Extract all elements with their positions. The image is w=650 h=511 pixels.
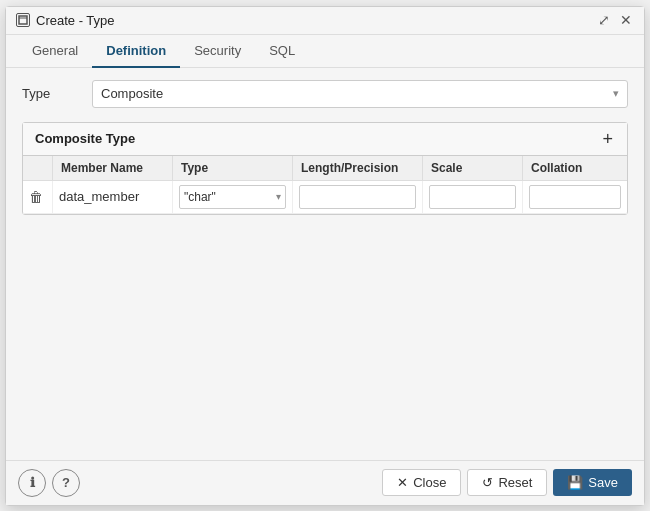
close-button[interactable]: ✕	[618, 13, 634, 27]
close-x-icon: ✕	[397, 475, 408, 490]
table-header: Member Name Type Length/Precision Scale …	[23, 156, 627, 181]
member-name-input[interactable]	[59, 189, 166, 204]
save-label: Save	[588, 475, 618, 490]
save-icon: 💾	[567, 475, 583, 490]
close-label: Close	[413, 475, 446, 490]
composite-header: Composite Type +	[23, 123, 627, 156]
composite-title: Composite Type	[35, 131, 135, 146]
composite-section: Composite Type + Member Name Type Length…	[22, 122, 628, 215]
svg-rect-0	[19, 16, 27, 24]
reset-label: Reset	[498, 475, 532, 490]
cell-member-name	[53, 181, 173, 213]
col-header-type: Type	[173, 156, 293, 180]
tab-security[interactable]: Security	[180, 35, 255, 68]
reset-icon: ↺	[482, 475, 493, 490]
type-select-arrow-icon: ▾	[613, 87, 619, 100]
close-dialog-button[interactable]: ✕ Close	[382, 469, 461, 496]
cell-delete: 🗑	[23, 181, 53, 213]
scale-input[interactable]	[429, 185, 516, 209]
type-select-value: Composite	[101, 86, 163, 101]
col-header-member-name: Member Name	[53, 156, 173, 180]
help-button[interactable]: ?	[52, 469, 80, 497]
footer-left: ℹ ?	[18, 469, 374, 497]
info-button[interactable]: ℹ	[18, 469, 46, 497]
save-button[interactable]: 💾 Save	[553, 469, 632, 496]
length-precision-input[interactable]	[299, 185, 416, 209]
titlebar: Create - Type ⤢ ✕	[6, 7, 644, 35]
delete-member-button[interactable]: 🗑	[29, 189, 43, 205]
dialog-icon	[16, 13, 30, 27]
type-member-select-value: "char"	[184, 190, 216, 204]
type-label: Type	[22, 86, 82, 101]
content-area: Type Composite ▾ Composite Type + Member…	[6, 68, 644, 460]
cell-scale	[423, 181, 523, 213]
type-member-select-arrow-icon: ▾	[276, 191, 281, 202]
col-header-delete	[23, 156, 53, 180]
type-member-select[interactable]: "char" ▾	[179, 185, 286, 209]
tabs-bar: General Definition Security SQL	[6, 35, 644, 68]
reset-button[interactable]: ↺ Reset	[467, 469, 547, 496]
table-row: 🗑 "char" ▾	[23, 181, 627, 214]
cell-length-precision	[293, 181, 423, 213]
col-header-collation: Collation	[523, 156, 627, 180]
footer-right: ✕ Close ↺ Reset 💾 Save	[382, 469, 632, 496]
dialog-title: Create - Type	[36, 13, 590, 28]
col-header-length-precision: Length/Precision	[293, 156, 423, 180]
footer: ℹ ? ✕ Close ↺ Reset 💾 Save	[6, 460, 644, 505]
add-member-button[interactable]: +	[600, 130, 615, 148]
cell-type: "char" ▾	[173, 181, 293, 213]
dialog: Create - Type ⤢ ✕ General Definition Sec…	[5, 6, 645, 506]
titlebar-actions: ⤢ ✕	[596, 13, 634, 27]
type-field-row: Type Composite ▾	[22, 80, 628, 108]
cell-collation	[523, 181, 627, 213]
collation-input[interactable]	[529, 185, 621, 209]
tab-sql[interactable]: SQL	[255, 35, 309, 68]
type-select[interactable]: Composite ▾	[92, 80, 628, 108]
col-header-scale: Scale	[423, 156, 523, 180]
tab-definition[interactable]: Definition	[92, 35, 180, 68]
expand-button[interactable]: ⤢	[596, 13, 612, 27]
tab-general[interactable]: General	[18, 35, 92, 68]
